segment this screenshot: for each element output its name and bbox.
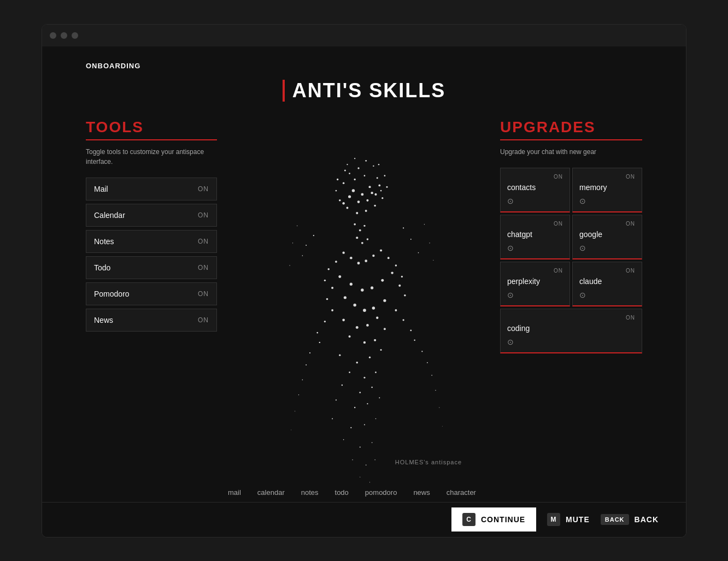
tool-calendar[interactable]: Calendar ON xyxy=(86,204,217,227)
svg-point-98 xyxy=(336,399,337,400)
tool-todo-name: Todo xyxy=(94,263,110,272)
svg-point-106 xyxy=(364,424,365,425)
svg-point-77 xyxy=(363,341,366,343)
svg-point-50 xyxy=(401,275,403,277)
svg-point-72 xyxy=(324,320,326,322)
svg-point-62 xyxy=(353,303,356,306)
svg-point-40 xyxy=(350,256,353,259)
svg-point-100 xyxy=(367,403,368,404)
upgrade-google[interactable]: ON google ⊙ xyxy=(572,215,642,259)
svg-point-124 xyxy=(418,252,419,253)
upgrade-perplexity[interactable]: ON perplexity ⊙ xyxy=(500,262,570,306)
upgrades-subtitle: Upgrade your chat with new gear xyxy=(500,147,642,157)
svg-point-44 xyxy=(380,249,382,251)
svg-point-15 xyxy=(339,199,341,202)
svg-point-81 xyxy=(356,362,358,364)
svg-point-69 xyxy=(376,316,378,318)
upgrade-contacts-name: contacts xyxy=(507,183,563,192)
titlebar xyxy=(42,25,686,46)
svg-point-56 xyxy=(391,271,393,274)
upgrade-chatgpt-name: chatgpt xyxy=(507,230,563,239)
svg-point-109 xyxy=(439,407,439,408)
tag-calendar[interactable]: calendar xyxy=(257,488,285,497)
svg-point-46 xyxy=(327,268,330,270)
tool-news[interactable]: News ON xyxy=(86,309,217,332)
svg-point-70 xyxy=(331,309,333,311)
svg-point-52 xyxy=(350,282,353,285)
svg-point-23 xyxy=(378,163,379,164)
upgrade-claude[interactable]: ON claude ⊙ xyxy=(572,262,642,306)
svg-point-67 xyxy=(356,326,359,329)
upgrade-google-check: ⊙ xyxy=(579,244,586,252)
continue-key: C xyxy=(462,513,475,526)
tool-notes[interactable]: Notes ON xyxy=(86,230,217,253)
upgrade-grid: ON contacts ⊙ ON memory ⊙ ON chatgpt ⊙ xyxy=(500,168,642,353)
tool-mail-status: ON xyxy=(198,185,209,193)
tag-todo[interactable]: todo xyxy=(335,488,349,497)
tag-character[interactable]: character xyxy=(447,488,476,497)
title-bar-accent xyxy=(283,80,285,102)
columns-container: TOOLS Toggle tools to customize your ant… xyxy=(42,119,686,538)
svg-point-90 xyxy=(375,371,377,373)
bottom-bar: C CONTINUE M MUTE BACK BACK xyxy=(42,502,686,537)
svg-point-20 xyxy=(381,197,383,199)
svg-point-120 xyxy=(403,227,404,228)
svg-point-22 xyxy=(384,175,386,176)
svg-point-6 xyxy=(347,164,348,165)
svg-point-63 xyxy=(363,309,366,312)
svg-point-82 xyxy=(369,356,371,358)
tag-mail[interactable]: mail xyxy=(228,488,241,497)
svg-point-19 xyxy=(374,204,376,206)
hologram-svg xyxy=(239,119,478,538)
tool-pomodoro[interactable]: Pomodoro ON xyxy=(86,282,217,305)
svg-point-14 xyxy=(336,190,337,191)
svg-point-75 xyxy=(410,329,412,331)
upgrade-perplexity-check: ⊙ xyxy=(507,291,514,299)
svg-point-51 xyxy=(338,275,341,277)
upgrade-coding[interactable]: ON coding ⊙ xyxy=(500,309,642,353)
svg-point-104 xyxy=(332,418,333,419)
onboarding-label: ONBOARDING xyxy=(86,62,140,70)
svg-point-118 xyxy=(360,476,360,477)
upgrade-perplexity-status: ON xyxy=(507,268,563,274)
tag-notes[interactable]: notes xyxy=(301,488,319,497)
tool-mail[interactable]: Mail ON xyxy=(86,178,217,200)
svg-point-59 xyxy=(398,284,401,286)
tool-calendar-name: Calendar xyxy=(94,211,125,220)
upgrade-memory[interactable]: ON memory ⊙ xyxy=(572,168,642,212)
svg-point-85 xyxy=(414,339,415,340)
svg-point-129 xyxy=(292,243,293,243)
tool-todo[interactable]: Todo ON xyxy=(86,256,217,279)
tool-news-status: ON xyxy=(198,316,209,324)
back-button[interactable]: BACK BACK xyxy=(601,514,659,525)
tag-news[interactable]: news xyxy=(413,488,430,497)
tool-pomodoro-status: ON xyxy=(198,290,209,298)
svg-point-8 xyxy=(380,190,382,191)
svg-point-65 xyxy=(383,299,386,302)
svg-point-114 xyxy=(442,426,443,426)
tools-subtitle: Toggle tools to customize your antispace… xyxy=(86,147,217,167)
tag-pomodoro[interactable]: pomodoro xyxy=(365,488,397,497)
upgrade-chatgpt[interactable]: ON chatgpt ⊙ xyxy=(500,215,570,259)
svg-point-34 xyxy=(359,229,361,231)
center-area: HOLMES's antispace mail calendar notes t… xyxy=(239,119,478,538)
svg-point-9 xyxy=(373,165,374,166)
svg-point-126 xyxy=(424,223,425,224)
svg-point-5 xyxy=(343,182,345,184)
svg-point-74 xyxy=(316,332,318,333)
tools-section: TOOLS Toggle tools to customize your ant… xyxy=(86,119,217,538)
svg-point-88 xyxy=(349,371,350,373)
svg-point-47 xyxy=(388,257,390,259)
mute-button[interactable]: M MUTE xyxy=(547,513,590,526)
upgrade-contacts[interactable]: ON contacts ⊙ xyxy=(500,168,570,212)
svg-point-96 xyxy=(302,379,303,380)
svg-point-89 xyxy=(363,376,365,378)
continue-button[interactable]: C CONTINUE xyxy=(451,507,536,532)
svg-point-111 xyxy=(360,446,361,447)
upgrade-chatgpt-status: ON xyxy=(507,221,563,227)
svg-point-29 xyxy=(348,195,351,198)
svg-point-92 xyxy=(427,362,428,363)
svg-point-108 xyxy=(295,411,295,411)
svg-point-0 xyxy=(354,178,356,180)
svg-point-43 xyxy=(372,254,374,256)
